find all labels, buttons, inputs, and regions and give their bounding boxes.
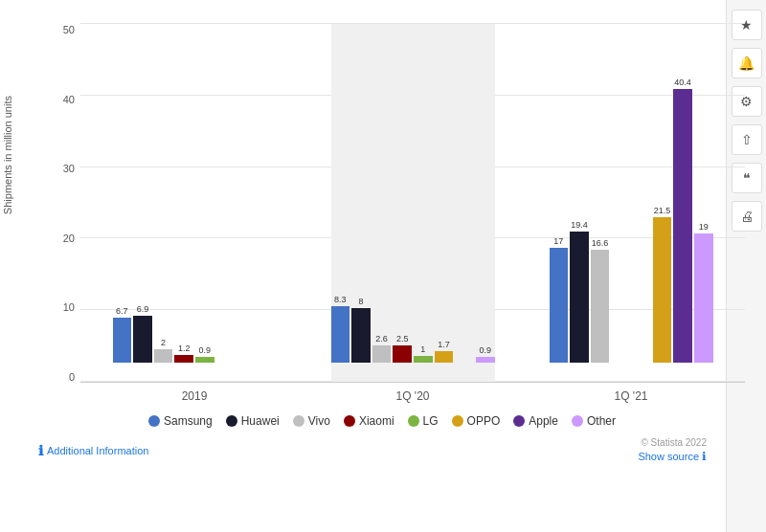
legend-item-xiaomi: Xiaomi bbox=[344, 414, 394, 428]
legend-item-other: Other bbox=[572, 414, 616, 428]
legend-dot bbox=[293, 415, 304, 427]
bar-other bbox=[694, 233, 713, 363]
legend-label: OPPO bbox=[467, 414, 501, 428]
bar-value-label: 6.9 bbox=[137, 304, 149, 314]
bar-value-label: 19.4 bbox=[571, 220, 588, 230]
bar-samsung bbox=[113, 318, 132, 363]
bars-inner: 6.76.921.20.9 bbox=[113, 24, 277, 382]
bar-value-label: 6.7 bbox=[116, 306, 128, 316]
bar-wrap: 8.3 bbox=[331, 24, 350, 363]
bar-value-label: 2.5 bbox=[396, 334, 409, 344]
legend-dot bbox=[452, 415, 463, 427]
bar-value-label: 17 bbox=[553, 236, 563, 246]
y-axis: 50403020100 bbox=[48, 24, 75, 407]
legend-item-huawei: Huawei bbox=[226, 414, 280, 428]
bar-huawei bbox=[133, 316, 152, 363]
bar-wrap: 1.2 bbox=[174, 24, 193, 363]
legend-item-oppo: OPPO bbox=[452, 414, 501, 428]
legend-dot bbox=[408, 415, 419, 427]
legend-item-samsung: Samsung bbox=[148, 414, 213, 428]
bar-other bbox=[476, 357, 495, 363]
bar-wrap: 19 bbox=[694, 24, 713, 363]
legend-label: Samsung bbox=[164, 414, 213, 428]
legend-dot bbox=[513, 415, 525, 427]
bar-wrap: 8 bbox=[351, 24, 371, 363]
bar-vivo bbox=[154, 349, 173, 363]
bar-samsung bbox=[331, 306, 350, 363]
bar-wrap: 6.7 bbox=[113, 24, 132, 363]
bar-group: 1Q '211719.416.621.540.419 bbox=[550, 24, 713, 382]
bar-oppo bbox=[435, 351, 454, 363]
bar-wrap: 1 bbox=[414, 24, 433, 363]
bar-huawei bbox=[351, 308, 371, 363]
bar-value-label: 1.2 bbox=[178, 344, 191, 353]
bar-wrap bbox=[632, 24, 651, 363]
bar-wrap: 2.5 bbox=[393, 24, 412, 363]
y-tick: 30 bbox=[48, 163, 75, 174]
legend-dot bbox=[148, 415, 160, 427]
y-tick: 10 bbox=[48, 301, 75, 313]
bar-vivo bbox=[372, 345, 392, 363]
group-label: 2019 bbox=[182, 389, 208, 403]
y-tick: 50 bbox=[48, 24, 75, 35]
bar-wrap: 19.4 bbox=[570, 24, 589, 363]
bar-value-label: 16.6 bbox=[592, 238, 609, 248]
legend-label: Other bbox=[587, 414, 616, 428]
bar-samsung bbox=[550, 248, 569, 363]
y-tick: 20 bbox=[48, 233, 75, 244]
legend-item-apple: Apple bbox=[513, 414, 558, 428]
bar-xiaomi bbox=[174, 355, 193, 363]
bar-wrap bbox=[611, 24, 630, 363]
legend-label: Xiaomi bbox=[359, 414, 394, 428]
bar-apple bbox=[673, 89, 692, 363]
bar-wrap: 6.9 bbox=[133, 24, 152, 363]
bar-value-label: 0.9 bbox=[199, 345, 212, 355]
footer-right: © Statista 2022 Show source ℹ bbox=[638, 437, 707, 463]
legend: SamsungHuaweiVivoXiaomiLGOPPOAppleOther bbox=[19, 407, 716, 432]
chart-inner: 20196.76.921.20.91Q '208.382.62.511.70.9… bbox=[80, 24, 745, 383]
bar-oppo bbox=[653, 217, 672, 363]
legend-dot bbox=[572, 415, 583, 427]
bar-value-label: 21.5 bbox=[654, 206, 671, 215]
group-label: 1Q '21 bbox=[615, 389, 648, 403]
bar-group: 1Q '208.382.62.511.70.9 bbox=[331, 24, 495, 382]
bar-value-label: 8 bbox=[358, 297, 363, 306]
legend-label: Vivo bbox=[308, 414, 330, 428]
chart-area: Shipments in million units 50403020100 2… bbox=[0, 0, 726, 532]
bar-vivo bbox=[591, 250, 610, 363]
bar-wrap: 21.5 bbox=[653, 24, 672, 363]
bar-wrap: 17 bbox=[550, 24, 569, 363]
bar-value-label: 8.3 bbox=[334, 295, 347, 304]
legend-dot bbox=[226, 415, 237, 427]
bar-xiaomi bbox=[393, 345, 412, 363]
bar-wrap bbox=[455, 24, 474, 363]
bar-wrap: 0.9 bbox=[476, 24, 495, 363]
legend-label: Apple bbox=[529, 414, 558, 428]
bar-wrap: 2.6 bbox=[372, 24, 392, 363]
show-source-button[interactable]: Show source ℹ bbox=[638, 450, 707, 463]
bar-lg bbox=[414, 356, 433, 363]
legend-item-vivo: Vivo bbox=[293, 414, 330, 428]
chart-wrapper: 50403020100 20196.76.921.20.91Q '208.382… bbox=[48, 24, 745, 407]
bar-wrap bbox=[237, 24, 256, 363]
bar-value-label: 2 bbox=[161, 338, 166, 347]
legend-dot bbox=[344, 415, 355, 427]
bar-group: 20196.76.921.20.9 bbox=[113, 24, 277, 382]
bar-value-label: 0.9 bbox=[479, 345, 491, 355]
bar-value-label: 40.4 bbox=[674, 78, 691, 87]
bar-wrap: 16.6 bbox=[591, 24, 610, 363]
legend-label: LG bbox=[423, 414, 439, 428]
bars-inner: 1719.416.621.540.419 bbox=[550, 24, 713, 382]
bar-wrap: 40.4 bbox=[673, 24, 692, 363]
additional-info[interactable]: ℹ Additional Information bbox=[38, 443, 148, 458]
bars-container: 20196.76.921.20.91Q '208.382.62.511.70.9… bbox=[80, 24, 745, 382]
footer: ℹ Additional Information © Statista 2022… bbox=[19, 432, 716, 467]
y-axis-label: Shipments in million units bbox=[2, 96, 13, 214]
bar-value-label: 19 bbox=[699, 222, 709, 232]
group-label: 1Q '20 bbox=[396, 389, 430, 403]
y-tick: 40 bbox=[48, 94, 75, 105]
bars-inner: 8.382.62.511.70.9 bbox=[331, 24, 495, 382]
bar-value-label: 1 bbox=[420, 344, 425, 354]
y-tick: 0 bbox=[48, 371, 75, 383]
bar-huawei bbox=[570, 232, 589, 363]
